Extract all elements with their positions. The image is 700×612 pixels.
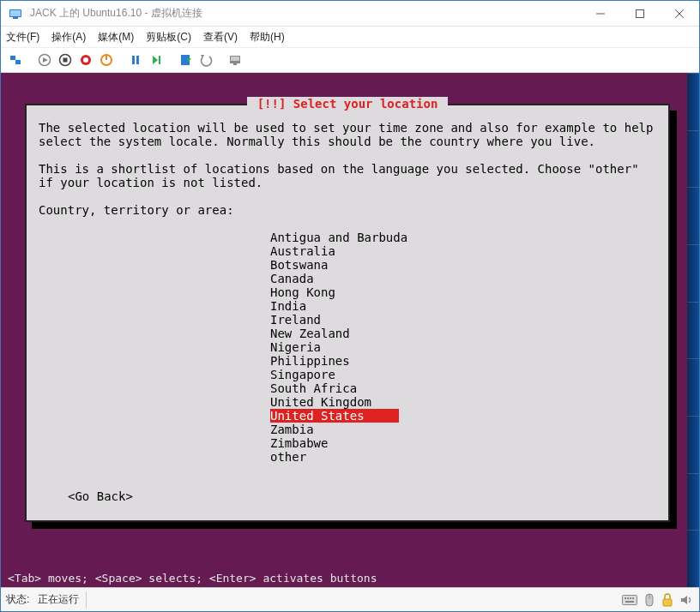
app-icon [6, 4, 25, 23]
keyboard-icon [622, 594, 637, 606]
host-desktop-edge [687, 73, 699, 587]
svg-marker-19 [153, 56, 158, 64]
location-item[interactable]: other [270, 450, 656, 464]
dialog-para2: This is a shortlist of locations based o… [39, 162, 656, 189]
reset-icon[interactable] [147, 51, 166, 69]
minimize-button[interactable] [581, 1, 620, 27]
location-item[interactable]: Nigeria [270, 340, 656, 354]
location-item[interactable]: Australia [270, 244, 656, 258]
go-back-button[interactable]: <Go Back> [68, 489, 133, 503]
svg-rect-12 [63, 58, 68, 63]
location-item[interactable]: United States [270, 409, 399, 423]
location-item[interactable]: Zambia [270, 423, 656, 436]
shutdown-icon[interactable] [76, 51, 95, 69]
menu-help[interactable]: 帮助(H) [250, 30, 285, 45]
svg-rect-34 [663, 599, 672, 606]
location-item[interactable]: Antigua and Barbuda [270, 231, 656, 244]
svg-rect-20 [159, 56, 160, 64]
svg-rect-1 [10, 10, 21, 16]
status-separator [86, 591, 87, 609]
window-title: JACK 上的 Ubuntu16.10 - 虚拟机连接 [25, 6, 581, 21]
svg-point-14 [83, 57, 88, 63]
menu-file[interactable]: 文件(F) [6, 30, 39, 45]
menu-media[interactable]: 媒体(M) [98, 30, 134, 45]
svg-rect-31 [632, 597, 634, 599]
lock-icon [661, 593, 673, 607]
location-list-wrap: Antigua and BarbudaAustraliaBotswanaCana… [39, 231, 656, 464]
svg-rect-27 [623, 595, 637, 604]
status-icons [622, 593, 699, 607]
location-item[interactable]: South Africa [270, 381, 656, 395]
svg-rect-28 [625, 597, 626, 599]
dialog-title-wrap: [!!] Select your location [27, 97, 668, 111]
window-buttons [581, 1, 699, 26]
svg-rect-18 [136, 56, 139, 64]
menu-clipboard[interactable]: 剪贴板(C) [146, 30, 191, 45]
pause-icon[interactable] [126, 51, 145, 69]
titlebar: JACK 上的 Ubuntu16.10 - 虚拟机连接 [1, 1, 699, 27]
location-item[interactable]: New Zealand [270, 327, 656, 340]
dialog-prompt: Country, territory or area: [39, 203, 656, 217]
location-item[interactable]: Ireland [270, 313, 656, 327]
location-item[interactable]: United Kingdom [270, 395, 656, 409]
location-item[interactable]: Zimbabwe [270, 436, 656, 450]
svg-marker-35 [681, 596, 687, 604]
status-label: 状态: [1, 592, 34, 607]
dialog-title: [!!] Select your location [247, 97, 449, 111]
svg-rect-4 [637, 10, 644, 18]
menu-view[interactable]: 查看(V) [203, 30, 238, 45]
statusbar: 状态: 正在运行 [1, 587, 699, 611]
maximize-button[interactable] [620, 1, 660, 27]
svg-rect-8 [15, 60, 21, 64]
close-button[interactable] [660, 1, 699, 27]
start-icon[interactable] [35, 51, 54, 69]
menubar: 文件(F) 操作(A) 媒体(M) 剪贴板(C) 查看(V) 帮助(H) [1, 27, 699, 47]
menu-action[interactable]: 操作(A) [51, 30, 86, 45]
location-list[interactable]: Antigua and BarbudaAustraliaBotswanaCana… [270, 231, 656, 464]
svg-rect-29 [627, 597, 629, 599]
svg-marker-23 [201, 55, 204, 58]
svg-marker-10 [43, 57, 48, 63]
location-item[interactable]: Philippines [270, 354, 656, 368]
svg-rect-26 [233, 63, 237, 65]
toolbar [1, 47, 699, 73]
vm-display[interactable]: [!!] Select your location The selected l… [1, 73, 699, 587]
dialog-para1: The selected location will be used to se… [39, 121, 656, 148]
dialog-content: The selected location will be used to se… [27, 105, 668, 512]
status-value: 正在运行 [34, 592, 79, 607]
vm-window: JACK 上的 Ubuntu16.10 - 虚拟机连接 文件(F) 操作(A) … [0, 0, 700, 612]
location-item[interactable]: Canada [270, 272, 656, 285]
svg-rect-17 [132, 56, 135, 64]
svg-rect-25 [231, 57, 239, 61]
svg-rect-7 [10, 56, 15, 60]
location-item[interactable]: Botswana [270, 258, 656, 272]
enhanced-session-icon[interactable] [226, 51, 244, 69]
svg-rect-2 [13, 17, 18, 19]
location-item[interactable]: Hong Kong [270, 285, 656, 299]
checkpoint-icon[interactable] [176, 51, 195, 69]
ctrl-alt-del-icon[interactable] [6, 51, 25, 69]
installer-dialog: [!!] Select your location The selected l… [25, 104, 670, 522]
svg-rect-32 [625, 601, 634, 603]
speaker-icon [680, 594, 692, 606]
mouse-icon [644, 593, 655, 607]
location-item[interactable]: India [270, 299, 656, 313]
location-item[interactable]: Singapore [270, 368, 656, 381]
installer-hint: <Tab> moves; <Space> selects; <Enter> ac… [8, 572, 692, 585]
revert-icon[interactable] [196, 51, 215, 69]
svg-rect-30 [630, 597, 631, 599]
save-icon[interactable] [97, 51, 116, 69]
turnoff-icon[interactable] [56, 51, 75, 69]
